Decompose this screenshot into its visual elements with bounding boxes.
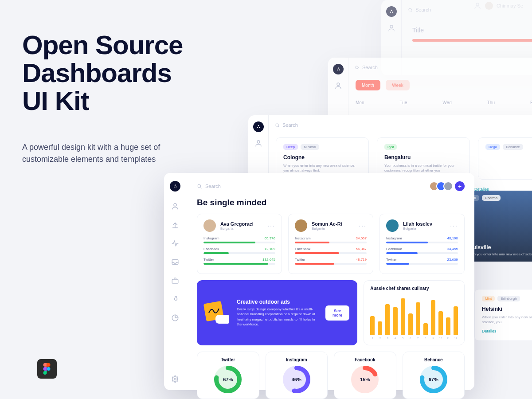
city-desc: When you enter into any new area of scie… [283,163,361,173]
weekday-label: Mon [356,100,364,105]
user-icon [334,82,342,90]
banner-illustration [205,302,230,324]
activity-icon[interactable] [171,239,179,247]
details-link[interactable]: Detalies [474,183,489,192]
metric-value: 12,109 [265,247,275,251]
svg-point-12 [198,184,201,188]
avatar-stack: + [432,181,465,191]
metric-label: Twitter [295,258,305,262]
search-input[interactable]: Search [408,7,431,12]
svg-point-0 [47,367,51,371]
user-icon[interactable] [171,202,179,210]
inbox-icon[interactable] [171,258,179,266]
profile-sub: Bulgaria [312,227,342,231]
promo-banner: Creative outdoor ads Every large design … [197,280,357,345]
search-input[interactable]: Search [355,65,378,70]
metric-bar [386,263,458,265]
more-icon[interactable]: ··· [450,222,458,229]
metric-bar [203,252,275,254]
chart-bar [416,302,420,335]
metric-value: 48,190 [447,236,458,240]
metric-value: 56,347 [356,247,367,251]
hero-subtitle: A powerful design kit with a huge set of… [22,141,173,165]
metric-value: 48,719 [356,258,367,262]
main-dashboard: Search + Be single minded Ava GregoraciB… [164,173,474,390]
banner-body: Every large design company whether it's … [237,307,318,327]
hero: Open Source Dashboards UI Kit A powerful… [22,31,183,165]
profile-card: Lilah IoselevBulgaria ···Instagram48,190… [379,214,465,274]
chart-x-label: 5 [401,337,405,340]
upload-icon[interactable] [171,221,179,229]
donut-card: Twitter 67% [197,352,259,399]
donut-card: Facebook 15% [334,352,396,399]
donut-card: Behance 67% [403,352,465,399]
profile-sub: Bulgaria [403,227,432,231]
city-card-helsinki[interactable]: MintEdinburgh Helsinki When you enter in… [474,289,532,341]
see-more-button[interactable]: See more [325,305,350,321]
donut-label: Twitter [201,357,255,362]
svg-point-11 [174,378,176,380]
avatar[interactable] [443,181,453,191]
briefcase-icon[interactable] [171,277,179,285]
donut-chart: 46% [283,366,310,393]
svg-point-8 [174,203,176,206]
logo-icon[interactable] [170,181,180,192]
donut-pct: 15% [351,366,379,393]
chart-bar [385,304,390,335]
tag: Dega [485,144,500,150]
search-input[interactable]: Search [197,184,221,189]
user-icon [387,24,395,32]
chart-bar [401,298,405,335]
bar-chart-card: Aussie chef shares culinary 123456789101… [364,280,465,345]
metric-value: 34,455 [447,247,458,251]
metric-bar [203,242,275,243]
tab-month[interactable]: Month [356,80,380,90]
chart-x-label: 11 [446,337,450,340]
svg-point-4 [337,83,340,86]
chart-bar [431,300,435,335]
tab-week[interactable]: Week [386,80,409,90]
chart-x-label: 1 [370,337,375,340]
svg-point-6 [257,141,260,143]
chart-x-label: 12 [454,337,458,340]
city-desc: Your business is in a continual battle f… [384,163,462,173]
avatar[interactable] [295,219,307,232]
avatar[interactable] [386,219,399,232]
more-icon[interactable]: ··· [359,222,367,229]
donut-pct: 67% [214,366,242,393]
metric-value: 65,376 [265,236,275,240]
tag: Dharma [482,195,501,201]
donut-chart: 67% [214,366,242,393]
flame-icon[interactable] [171,295,179,303]
profile-name: Lilah Ioselev [403,221,432,227]
metric-label: Instagram [295,236,311,240]
user-icon [254,139,262,147]
chart-x-label: 10 [438,337,443,340]
profile-card: Ava GregoraciBulgaria ···Instagram65,376… [197,214,282,274]
profile-sub: Bulgaria [220,227,254,231]
search-input[interactable]: Search [275,122,298,128]
metric-bar [295,242,367,243]
metric-bar [295,252,367,254]
svg-point-7 [276,123,278,126]
avatar[interactable] [203,219,216,232]
city-card[interactable]: DegaBehance [478,137,532,180]
weekday-label: Wed [442,100,451,105]
details-link[interactable]: Detalies [482,329,497,333]
tag: Edinburgh [497,296,520,301]
pie-icon[interactable] [171,314,179,322]
metric-label: Twitter [386,258,397,262]
metric-label: Instagram [386,236,402,240]
title-label: Title [412,27,424,34]
more-icon[interactable]: ··· [267,222,275,229]
chart-bar [370,316,375,335]
tag: Behance [503,144,523,150]
tag: Minimal [301,144,319,150]
settings-icon[interactable] [171,375,179,383]
chart-x-label: 6 [408,337,413,340]
sidebar [164,173,186,390]
chart-title: Aussie chef shares culinary [370,286,458,291]
metric-label: Facebook [295,247,310,251]
add-user-button[interactable]: + [455,181,465,191]
tag: Lyst [384,144,397,150]
